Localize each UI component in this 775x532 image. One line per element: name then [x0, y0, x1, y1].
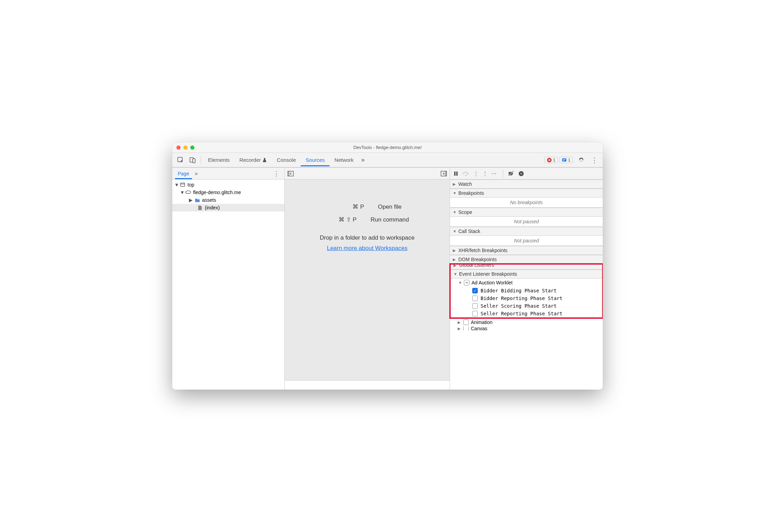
- section-global-label: Global Listeners: [459, 265, 494, 268]
- cloud-icon: [185, 190, 191, 195]
- checkbox-icon[interactable]: [472, 303, 478, 309]
- event-item-seller-reporting[interactable]: Seller Reporting Phase Start: [451, 310, 602, 317]
- show-navigator-icon[interactable]: [288, 171, 294, 176]
- section-event-listener-label: Event Listener Breakpoints: [459, 271, 517, 277]
- triangle-right-icon: ▶: [453, 248, 457, 253]
- tab-elements[interactable]: Elements: [203, 153, 235, 166]
- tree-item-file[interactable]: (index): [172, 204, 284, 211]
- tab-recorder[interactable]: Recorder: [235, 153, 272, 166]
- svg-rect-13: [456, 172, 458, 176]
- step-over-icon[interactable]: [462, 171, 469, 176]
- tree-item-folder[interactable]: ▶ assets: [172, 196, 284, 204]
- window-title: DevTools - fledge-demo.glitch.me/: [172, 145, 603, 150]
- triangle-right-icon: ▶: [189, 197, 192, 203]
- tab-console[interactable]: Console: [272, 153, 301, 166]
- issue-icon: [562, 158, 567, 163]
- checkbox-icon[interactable]: [463, 326, 469, 331]
- divider: [503, 170, 503, 177]
- deactivate-breakpoints-icon[interactable]: [508, 171, 514, 176]
- section-scope[interactable]: ▼Scope: [450, 208, 603, 217]
- event-item-bidder-bidding[interactable]: Bidder Bidding Phase Start: [451, 287, 602, 294]
- section-callstack[interactable]: ▼Call Stack: [450, 227, 603, 236]
- checkbox-mixed-icon[interactable]: [464, 280, 469, 285]
- triangle-down-icon: ▼: [453, 272, 458, 276]
- fullscreen-window-button[interactable]: [190, 146, 194, 150]
- error-badge[interactable]: 1: [544, 157, 558, 163]
- error-count: 1: [553, 157, 556, 163]
- svg-rect-6: [181, 183, 185, 186]
- show-debugger-icon[interactable]: [441, 171, 447, 176]
- event-item-seller-scoring[interactable]: Seller Scoring Phase Start: [451, 302, 602, 310]
- navigator-panel: Page » ⋮ ▼ top ▼ fledge-demo.glitch.me ▶: [172, 168, 285, 390]
- section-watch[interactable]: ▶Watch: [450, 180, 603, 189]
- open-file-label: Open file: [378, 203, 401, 210]
- event-category-label: Ad Auction Worklet: [472, 280, 512, 285]
- svg-rect-12: [454, 172, 456, 176]
- console-drawer-strip[interactable]: [285, 381, 450, 390]
- step-out-icon[interactable]: [483, 171, 488, 177]
- section-callstack-label: Call Stack: [458, 228, 480, 234]
- step-icon[interactable]: [492, 171, 498, 176]
- event-category-animation[interactable]: ▶ Animation: [450, 318, 603, 326]
- titlebar: DevTools - fledge-demo.glitch.me/: [172, 142, 603, 153]
- issues-badge[interactable]: 1: [559, 157, 573, 163]
- workspaces-link[interactable]: Learn more about Workspaces: [327, 245, 407, 252]
- debugger-toolbar: [450, 168, 603, 180]
- tab-sources[interactable]: Sources: [301, 153, 330, 166]
- run-command-label: Run command: [370, 216, 409, 223]
- triangle-down-icon: ▼: [453, 191, 457, 195]
- window-controls: [176, 146, 194, 150]
- section-event-listener[interactable]: ▼Event Listener Breakpoints: [451, 269, 602, 279]
- tree-item-origin[interactable]: ▼ fledge-demo.glitch.me: [172, 189, 284, 196]
- section-xhr[interactable]: ▶XHR/fetch Breakpoints: [450, 246, 603, 255]
- navigator-tab-page[interactable]: Page: [175, 168, 192, 179]
- section-global-listeners[interactable]: ▶Global Listeners: [451, 265, 602, 269]
- settings-icon[interactable]: [574, 157, 588, 164]
- main-menu-icon[interactable]: ⋮: [588, 156, 601, 164]
- navigator-more-icon[interactable]: »: [192, 171, 201, 177]
- minimize-window-button[interactable]: [183, 146, 188, 150]
- issues-count: 1: [568, 157, 570, 163]
- svg-rect-21: [521, 173, 522, 174]
- checkbox-icon[interactable]: [463, 319, 469, 325]
- flask-icon: [262, 158, 267, 163]
- checkbox-icon[interactable]: [472, 311, 478, 316]
- svg-rect-11: [445, 171, 447, 176]
- svg-point-17: [492, 173, 493, 174]
- close-window-button[interactable]: [176, 146, 181, 150]
- tab-recorder-label: Recorder: [240, 157, 261, 163]
- frame-icon: [180, 182, 185, 188]
- pause-icon[interactable]: [453, 171, 458, 176]
- navigator-menu-icon[interactable]: ⋮: [271, 170, 282, 177]
- triangle-down-icon: ▼: [453, 210, 457, 214]
- section-xhr-label: XHR/fetch Breakpoints: [458, 248, 508, 253]
- tree-label-origin: fledge-demo.glitch.me: [193, 190, 241, 195]
- divider: [201, 156, 201, 164]
- tree-item-top[interactable]: ▼ top: [172, 181, 284, 189]
- file-tree: ▼ top ▼ fledge-demo.glitch.me ▶ assets (…: [172, 180, 284, 390]
- svg-rect-4: [562, 158, 566, 161]
- devtools-window: DevTools - fledge-demo.glitch.me/ Elemen…: [172, 142, 603, 390]
- svg-rect-9: [288, 171, 290, 176]
- triangle-right-icon: ▶: [458, 326, 461, 331]
- event-category-canvas[interactable]: ▶ Canvas: [450, 326, 603, 331]
- pause-exceptions-icon[interactable]: [518, 171, 524, 176]
- step-into-icon[interactable]: [474, 171, 478, 177]
- checkbox-icon[interactable]: [472, 288, 478, 293]
- svg-point-16: [484, 175, 486, 176]
- inspect-icon[interactable]: [174, 155, 187, 166]
- editor-placeholder: ⌘ P Open file ⌘ ⇧ P Run command Drop in …: [285, 180, 450, 381]
- event-item-bidder-reporting[interactable]: Bidder Reporting Phase Start: [451, 294, 602, 302]
- section-dom[interactable]: ▶DOM Breakpoints: [450, 255, 603, 264]
- run-command-shortcut: ⌘ ⇧ P: [325, 216, 357, 223]
- breakpoints-empty: No breakpoints: [450, 198, 603, 208]
- error-icon: [547, 158, 552, 163]
- more-tabs-icon[interactable]: »: [358, 154, 367, 166]
- event-category-ad-auction[interactable]: ▼ Ad Auction Worklet: [451, 279, 602, 287]
- tab-network[interactable]: Network: [330, 153, 358, 166]
- checkbox-icon[interactable]: [472, 296, 478, 301]
- event-item-label: Seller Reporting Phase Start: [481, 311, 562, 316]
- section-breakpoints[interactable]: ▼Breakpoints: [450, 189, 603, 198]
- scope-empty: Not paused: [450, 217, 603, 227]
- device-toggle-icon[interactable]: [187, 155, 199, 166]
